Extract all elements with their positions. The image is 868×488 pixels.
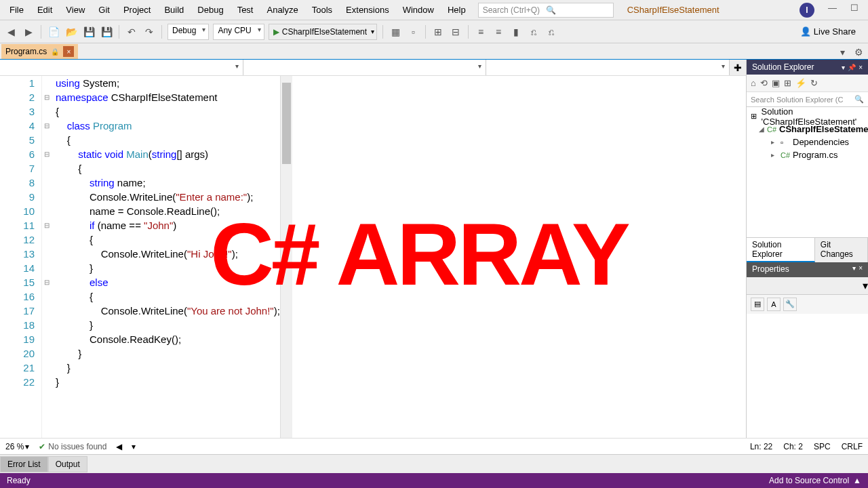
maximize-icon[interactable]: ☐ <box>850 3 859 18</box>
save-icon[interactable]: 💾 <box>82 25 96 39</box>
cursor-line: Ln: 22 <box>750 442 772 451</box>
user-avatar[interactable]: I <box>800 3 814 18</box>
expander-icon[interactable]: ◢ <box>759 125 764 133</box>
tb-icon-5[interactable]: ⎌ <box>527 25 540 39</box>
menu-window[interactable]: Window <box>396 2 441 18</box>
tab-gear-icon[interactable]: ⚙ <box>852 45 865 59</box>
tab-solution-explorer[interactable]: Solution Explorer <box>747 238 815 262</box>
arrow-up-icon[interactable]: ▲ <box>853 476 861 485</box>
menu-extensions[interactable]: Extensions <box>339 2 396 18</box>
sync-icon[interactable]: ⟲ <box>760 78 768 88</box>
tab-error-list[interactable]: Error List <box>0 456 48 472</box>
nav-icon[interactable]: ◀ <box>116 442 122 451</box>
tree-dependencies[interactable]: ▸ ▫ Dependencies <box>747 136 868 148</box>
properties-body <box>747 314 868 439</box>
tb-icon-3[interactable]: ⊞ <box>431 25 445 39</box>
menu-test[interactable]: Test <box>231 2 260 18</box>
tb-icon-2[interactable]: ▫ <box>406 25 420 39</box>
scrollbar-thumb[interactable] <box>282 83 291 164</box>
minimize-icon[interactable]: — <box>828 3 837 18</box>
solution-search[interactable]: Search Solution Explorer (C 🔍 <box>747 92 868 107</box>
line-ending[interactable]: CRLF <box>842 442 863 451</box>
play-icon: ▶ <box>273 27 279 37</box>
sln-tb-icon3[interactable]: ⚡ <box>795 78 806 88</box>
tb-icon-4[interactable]: ⊟ <box>449 25 462 39</box>
menu-view[interactable]: View <box>59 2 92 18</box>
tb-icon-6[interactable]: ⎌ <box>545 25 558 39</box>
liveshare-button[interactable]: 👤 Live Share <box>800 26 864 37</box>
autohide-icon[interactable]: 📌 <box>848 64 856 71</box>
save-all-icon[interactable]: 💾 <box>100 25 113 39</box>
menu-help[interactable]: Help <box>441 2 473 18</box>
dependencies-icon: ▫ <box>781 138 790 146</box>
line-numbers: 12345678910111213141516171819202122 <box>0 76 42 438</box>
pin-icon[interactable]: ▾ <box>842 64 845 71</box>
search-input[interactable]: Search (Ctrl+Q) 🔍 <box>478 3 614 18</box>
solution-explorer-title: Solution Explorer ▾ 📌 × <box>747 60 868 75</box>
home-icon[interactable]: ⌂ <box>751 78 756 88</box>
zoom-dropdown[interactable]: 26 %▾ <box>5 442 29 451</box>
sln-tb-icon[interactable]: ▣ <box>772 78 780 88</box>
redo-icon[interactable]: ↷ <box>142 25 156 39</box>
solution-icon: ⊞ <box>751 112 759 121</box>
menu-git[interactable]: Git <box>92 2 117 18</box>
outdent-icon[interactable]: ≡ <box>492 25 505 39</box>
menu-file[interactable]: File <box>3 2 31 18</box>
start-button[interactable]: ▶ CSharpIfElseStatement <box>269 24 377 40</box>
solution-tree[interactable]: ⊞ Solution 'CSharpIfElseStatement' ◢ C# … <box>747 107 868 237</box>
navigation-bar: ✚ <box>0 60 746 76</box>
nav-member-dropdown[interactable] <box>486 60 730 75</box>
editor: ✚ 12345678910111213141516171819202122 ⊟⊟… <box>0 60 746 438</box>
expander-icon[interactable]: ▸ <box>771 151 778 159</box>
properties-selector[interactable]: ▾ <box>747 277 868 295</box>
props-page-icon[interactable]: 🔧 <box>783 298 797 311</box>
search-icon: 🔍 <box>546 5 609 15</box>
platform-dropdown[interactable]: Any CPU <box>213 24 264 40</box>
undo-icon[interactable]: ↶ <box>125 25 138 39</box>
nav-icon[interactable]: ▾ <box>132 442 136 451</box>
panel-switcher: Solution Explorer Git Changes <box>747 237 868 262</box>
sidebar: Solution Explorer ▾ 📌 × ⌂ ⟲ ▣ ⊞ ⚡ ↻ Sear… <box>746 60 868 438</box>
close-icon[interactable]: × <box>859 264 863 275</box>
source-control-button[interactable]: Add to Source Control <box>769 476 849 485</box>
back-icon[interactable]: ◀ <box>4 25 18 39</box>
menu-debug[interactable]: Debug <box>191 2 230 18</box>
expander-icon[interactable]: ▸ <box>771 138 778 146</box>
fold-gutter: ⊟⊟⊟⊟⊟ <box>42 76 52 438</box>
refresh-icon[interactable]: ↻ <box>810 78 818 88</box>
menu-build[interactable]: Build <box>157 2 191 18</box>
close-panel-icon[interactable]: × <box>859 64 863 71</box>
tab-git-changes[interactable]: Git Changes <box>815 238 868 262</box>
tab-program-cs[interactable]: Program.cs 🔒 × <box>1 44 78 59</box>
indent-icon[interactable]: ≡ <box>474 25 488 39</box>
tab-dropdown-icon[interactable]: ▾ <box>835 45 849 59</box>
split-editor-button[interactable]: ✚ <box>730 60 746 75</box>
open-icon[interactable]: 📂 <box>64 25 78 39</box>
new-project-icon[interactable]: 📄 <box>47 25 60 39</box>
menu-edit[interactable]: Edit <box>31 2 59 18</box>
indent-mode[interactable]: SPC <box>814 442 831 451</box>
menu-analyze[interactable]: Analyze <box>260 2 304 18</box>
menu-project[interactable]: Project <box>117 2 157 18</box>
forward-icon[interactable]: ▶ <box>22 25 35 39</box>
properties-title: Properties ▾ × <box>747 262 868 277</box>
comment-icon[interactable]: ▮ <box>509 25 523 39</box>
menu-tools[interactable]: Tools <box>305 2 339 18</box>
cs-file-icon: C# <box>781 151 790 159</box>
code-content[interactable]: using System; namespace CSharpIfElseStat… <box>52 76 280 438</box>
categorize-icon[interactable]: ▤ <box>751 298 764 311</box>
sln-tb-icon2[interactable]: ⊞ <box>784 78 791 88</box>
tab-output[interactable]: Output <box>48 456 87 472</box>
issues-indicator[interactable]: ✔ No issues found <box>39 442 106 451</box>
pin-icon[interactable]: ▾ <box>852 264 856 275</box>
code-area[interactable]: 12345678910111213141516171819202122 ⊟⊟⊟⊟… <box>0 76 746 438</box>
tab-close-button[interactable]: × <box>63 46 74 57</box>
vertical-scrollbar[interactable] <box>280 76 292 438</box>
config-dropdown[interactable]: Debug <box>167 24 209 40</box>
nav-class-dropdown[interactable] <box>243 60 487 75</box>
alphabetize-icon[interactable]: A <box>767 298 781 311</box>
nav-project-dropdown[interactable] <box>0 60 243 75</box>
tb-icon-1[interactable]: ▦ <box>389 25 402 39</box>
tree-solution[interactable]: ⊞ Solution 'CSharpIfElseStatement' <box>747 110 868 123</box>
tree-file-program[interactable]: ▸ C# Program.cs <box>747 148 868 161</box>
